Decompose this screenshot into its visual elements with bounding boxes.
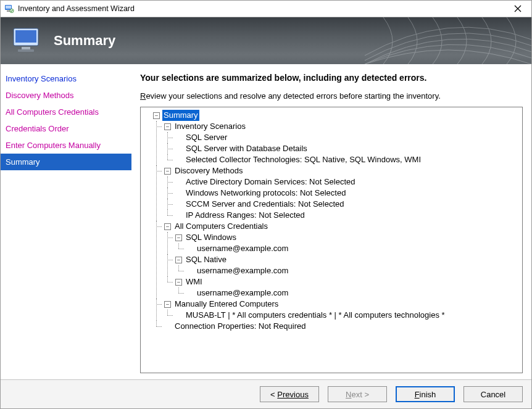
collapse-icon[interactable]: − bbox=[175, 234, 182, 241]
svg-rect-2 bbox=[7, 10, 10, 12]
previous-button[interactable]: < Previous bbox=[260, 386, 319, 402]
main-content: Your selections are summarized below, in… bbox=[131, 64, 531, 379]
collapse-icon[interactable]: − bbox=[164, 301, 171, 308]
app-icon bbox=[4, 4, 14, 14]
summary-heading: Your selections are summarized below, in… bbox=[140, 73, 523, 83]
tree-label[interactable]: Windows Networking protocols: Not Select… bbox=[185, 188, 347, 199]
tree-node: SQL Server bbox=[164, 132, 521, 143]
tree-label[interactable]: WMI bbox=[185, 276, 204, 287]
tree-node: −Summary−Inventory ScenariosSQL ServerSQ… bbox=[142, 110, 521, 332]
tree-label[interactable]: username@example.com bbox=[196, 243, 289, 254]
tree-label[interactable]: SQL Windows bbox=[185, 232, 238, 243]
tree-node: Selected Collector Technologies: SQL Nat… bbox=[164, 154, 521, 165]
tree-node: IP Address Ranges: Not Selected bbox=[164, 210, 521, 221]
collapse-icon[interactable]: − bbox=[175, 279, 182, 286]
summary-tree-box[interactable]: −Summary−Inventory ScenariosSQL ServerSQ… bbox=[140, 107, 523, 373]
summary-subheading: Review your selections and resolve any d… bbox=[140, 91, 523, 101]
tree-label[interactable]: All Computers Credentials bbox=[173, 221, 269, 232]
tree-label[interactable]: SQL Server bbox=[185, 132, 228, 143]
collapse-icon[interactable]: − bbox=[153, 112, 160, 119]
svg-rect-7 bbox=[18, 49, 34, 52]
tree-node: −Inventory ScenariosSQL ServerSQL Server… bbox=[153, 121, 521, 165]
collapse-icon[interactable]: − bbox=[164, 123, 171, 130]
tree-label[interactable]: Inventory Scenarios bbox=[173, 121, 247, 132]
svg-rect-5 bbox=[15, 30, 36, 43]
body: Inventory ScenariosDiscovery MethodsAll … bbox=[1, 64, 531, 379]
tree-node: Windows Networking protocols: Not Select… bbox=[164, 188, 521, 199]
tree-label[interactable]: Discovery Methods bbox=[173, 165, 244, 176]
svg-rect-6 bbox=[22, 47, 30, 49]
banner: Summary bbox=[1, 17, 531, 64]
tree-node: Connection Properties: Not Required bbox=[153, 321, 521, 332]
monitor-icon bbox=[12, 27, 45, 55]
collapse-icon[interactable]: − bbox=[164, 223, 171, 230]
window-title: Inventory and Assessment Wizard bbox=[18, 4, 505, 13]
tree-label[interactable]: Manually Entered Computers bbox=[173, 299, 280, 310]
tree-node: Active Directory Domain Services: Not Se… bbox=[164, 176, 521, 188]
collapse-icon[interactable]: − bbox=[175, 257, 182, 263]
tree-label[interactable]: Selected Collector Technologies: SQL Nat… bbox=[185, 154, 422, 165]
summary-sub-accel: R bbox=[140, 91, 146, 101]
tree-node: −WMIusername@example.com bbox=[164, 276, 521, 299]
sidebar-item-discovery-methods[interactable]: Discovery Methods bbox=[1, 87, 131, 104]
tree-node: −Manually Entered ComputersMUSAB-LT | * … bbox=[153, 299, 521, 321]
title-bar: Inventory and Assessment Wizard bbox=[1, 1, 531, 17]
tree-node: SCCM Server and Credentials: Not Selecte… bbox=[164, 199, 521, 210]
wizard-sidebar: Inventory ScenariosDiscovery MethodsAll … bbox=[1, 64, 131, 379]
finish-button[interactable]: Finish bbox=[396, 386, 455, 402]
tree-node: SQL Server with Database Details bbox=[164, 143, 521, 154]
close-icon bbox=[514, 5, 522, 12]
tree-label[interactable]: MUSAB-LT | * All computers credentials *… bbox=[185, 310, 446, 321]
tree-node: username@example.com bbox=[175, 265, 521, 276]
close-button[interactable] bbox=[505, 1, 530, 17]
window-root: Inventory and Assessment Wizard bbox=[0, 0, 532, 409]
next-button: Next > bbox=[328, 386, 387, 402]
tree-label[interactable]: username@example.com bbox=[196, 265, 289, 276]
tree-label[interactable]: Active Directory Domain Services: Not Se… bbox=[185, 176, 357, 188]
tree-label[interactable]: username@example.com bbox=[196, 287, 289, 299]
tree-node: −Discovery MethodsActive Directory Domai… bbox=[153, 165, 521, 221]
tree-node: −All Computers Credentials−SQL Windowsus… bbox=[153, 221, 521, 299]
sidebar-item-credentials-order[interactable]: Credentials Order bbox=[1, 120, 131, 137]
banner-title: Summary bbox=[54, 33, 115, 49]
sidebar-item-inventory-scenarios[interactable]: Inventory Scenarios bbox=[1, 70, 131, 87]
tree-node: username@example.com bbox=[175, 287, 521, 299]
tree-label[interactable]: Connection Properties: Not Required bbox=[173, 321, 307, 332]
tree-label[interactable]: SQL Server with Database Details bbox=[185, 143, 309, 154]
tree-label[interactable]: Summary bbox=[162, 110, 199, 121]
summary-sub-text: eview your selections and resolve any de… bbox=[146, 91, 440, 101]
tree-node: −SQL Nativeusername@example.com bbox=[164, 254, 521, 276]
cancel-button[interactable]: Cancel bbox=[463, 386, 523, 402]
svg-rect-1 bbox=[6, 6, 11, 9]
banner-decor bbox=[365, 17, 531, 64]
tree-node: MUSAB-LT | * All computers credentials *… bbox=[164, 310, 521, 321]
sidebar-item-all-computers-credentials[interactable]: All Computers Credentials bbox=[1, 104, 131, 120]
tree-node: −SQL Windowsusername@example.com bbox=[164, 232, 521, 254]
sidebar-item-enter-computers-manually[interactable]: Enter Computers Manually bbox=[1, 137, 131, 154]
tree-label[interactable]: IP Address Ranges: Not Selected bbox=[185, 210, 306, 221]
sidebar-item-summary[interactable]: Summary bbox=[1, 154, 131, 170]
footer: < Previous Next > Finish Cancel bbox=[1, 379, 531, 408]
tree-label[interactable]: SCCM Server and Credentials: Not Selecte… bbox=[185, 199, 346, 210]
tree-label[interactable]: SQL Native bbox=[185, 254, 228, 265]
collapse-icon[interactable]: − bbox=[164, 168, 171, 175]
tree-node: username@example.com bbox=[175, 243, 521, 254]
